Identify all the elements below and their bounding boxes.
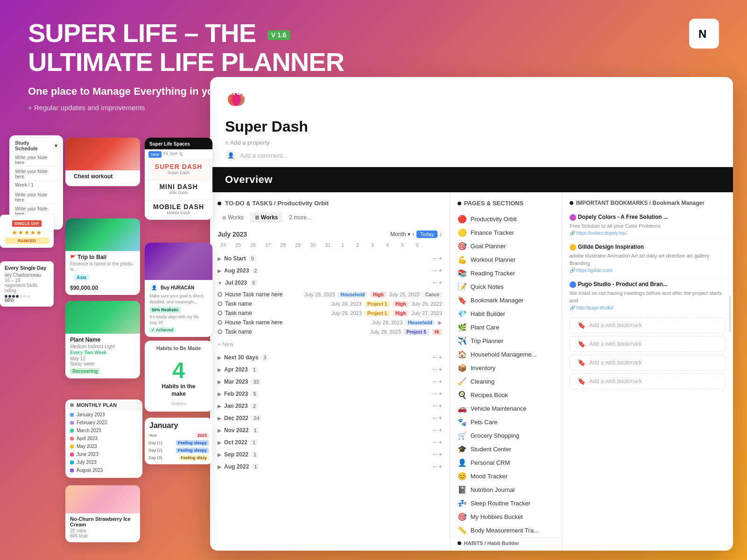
goal-date: Aug 10 — [149, 320, 208, 325]
pages-column: PAGES & SECTIONS 🔴 Productivity Orbit 🟡 … — [450, 192, 562, 551]
three-col-layout: TO-DO & TASKS / Productivity Orbit ⊞ Wor… — [210, 192, 733, 551]
table-row[interactable]: Task name July 29, 2023 Project 1 High J… — [218, 299, 442, 308]
avatar: 👤 — [149, 283, 159, 292]
tab-more[interactable]: 2 more... — [284, 212, 316, 223]
tab-works-1[interactable]: ⊞ Works — [218, 212, 248, 223]
habits-bottom-header: HABITS / Habit Builder — [450, 537, 562, 549]
bookmarks-header: IMPORTANT BOOKMARKS / Bookmark Manager — [562, 200, 733, 210]
plant-freq: Every Two Week — [70, 350, 135, 355]
monthly-item: February 2023 — [65, 419, 142, 427]
avatar-small: 👤 — [225, 150, 236, 161]
monthly-item: March 2023 — [65, 427, 142, 434]
group-feb23: ▶ Feb 2023 5 ··· + — [210, 387, 450, 399]
tasks-tabs[interactable]: ⊞ Works ☰ Works 2 more... — [210, 212, 450, 228]
today-button[interactable]: Today — [416, 231, 437, 238]
version-badge: V 1.6 — [268, 30, 290, 40]
mini-dash-label: MINI DASH — [148, 183, 209, 190]
bookmark-icon-row: Dopely Colors - A Free Solution ... — [570, 214, 726, 221]
page-item-bookmark[interactable]: 🔖 Bookmark Manager — [450, 294, 562, 307]
page-item-habit[interactable]: 💎 Habit Builder — [450, 307, 562, 321]
subtitle: One place to Manage Everything in your l… — [28, 84, 344, 99]
habits-label: Habits to Be Made — [149, 345, 208, 351]
goal-badge: 50% Realistic — [149, 307, 181, 313]
add-bookmark-1[interactable]: 🔖 Add a web bookmark — [570, 317, 726, 333]
bookmark-item-pugo[interactable]: Pugo Studio - Product and Bran... We ins… — [562, 277, 733, 315]
group-jan23: ▶ Jan 2023 2 ··· + — [210, 399, 450, 411]
page-item-sleep[interactable]: 💤 Sleep Routine Tracker — [450, 497, 562, 510]
main-card: Super Dash + Add a property 👤 Add a comm… — [210, 77, 733, 551]
page-item-trip[interactable]: ✈️ Trip Planner — [450, 334, 562, 348]
pages-header: PAGES & SECTIONS — [450, 200, 562, 212]
january-title: January — [145, 418, 212, 432]
person-name: iley Charbonneau — [5, 273, 49, 278]
scrollbar[interactable] — [729, 295, 731, 333]
chest-image — [65, 138, 140, 170]
page-item-workout[interactable]: 💪 Workout Planner — [450, 253, 562, 266]
bookmark-item-dopely[interactable]: Dopely Colors - A Free Solution ... Free… — [562, 210, 733, 240]
bookmarks-column: IMPORTANT BOOKMARKS / Bookmark Manager D… — [562, 192, 733, 551]
lambo-image — [145, 243, 212, 280]
cal-prev[interactable]: ‹ — [412, 230, 415, 238]
monthly-header: MONTHLY PLAN — [65, 399, 142, 411]
table-row[interactable]: Task name July 29, 2023 Project 5 Hi — [218, 327, 442, 336]
page-item-vehicle[interactable]: 🚗 Vehicle Maintenance — [450, 402, 562, 415]
age-range: 16 – 19 — [5, 278, 49, 283]
study-dropdown[interactable]: Study Schedule ▾ — [15, 140, 57, 151]
page-item-recipes[interactable]: 🍳 Recipes Book — [450, 388, 562, 402]
page-item-finance[interactable]: 🟡 Finance Tracker — [450, 226, 562, 239]
page-item-student[interactable]: 🎓 Student Center — [450, 442, 562, 456]
stickers-label: Stickers — [149, 401, 208, 406]
page-item-pets[interactable]: 🐾 Pets Care — [450, 415, 562, 429]
page-item-goal[interactable]: 🎯 Goal Planner — [450, 239, 562, 253]
monthly-item: July 2023 — [65, 458, 142, 466]
page-item-hobbies[interactable]: 🎯 My Hobbies Bucket — [450, 510, 562, 524]
page-item-notes[interactable]: 📝 Quick Notes — [450, 280, 562, 294]
group-oct22: ▶ Oct 2022 1 ··· + — [210, 435, 450, 448]
cal-next[interactable]: › — [439, 230, 442, 238]
bookmark-item-gillde[interactable]: Gillde Design Inspiration adobe illustra… — [562, 240, 733, 277]
page-item-nutrition[interactable]: 📓 Nutrition Journal — [450, 483, 562, 497]
page-item-cleaning[interactable]: 🧹 Cleaning — [450, 375, 562, 388]
add-bookmark-2[interactable]: 🔖 Add a web bookmark — [570, 336, 726, 352]
card-title: Super Dash — [225, 118, 718, 135]
add-bookmark-3[interactable]: 🔖 Add a web bookmark — [570, 355, 726, 371]
page-item-inventory[interactable]: 📦 Inventory — [450, 361, 562, 375]
page-item-crm[interactable]: 👤 Personal CRM — [450, 456, 562, 469]
plant-light: Medium Indirect Light — [70, 344, 135, 349]
tasks-column: TO-DO & TASKS / Productivity Orbit ⊞ Wor… — [210, 192, 450, 551]
mini-dash-sub: Mini Dash — [148, 190, 209, 195]
page-item-grocery[interactable]: 🛒 Grocery Shopping — [450, 429, 562, 442]
add-new-button[interactable]: + New — [210, 338, 450, 350]
overview-banner: Overview — [210, 167, 733, 192]
page-item-household[interactable]: 🏠 Household Manageme... — [450, 348, 562, 361]
group-aug-2023: ▶ Aug 2023 2 ··· + — [210, 264, 450, 276]
page-item-plant[interactable]: 🌿 Plant Care — [450, 321, 562, 334]
icecream-card: No-Churn Strawberry Ice Cream 20 mins 60… — [65, 485, 140, 542]
group-apr23: ▶ Apr 2023 1 ··· + — [210, 363, 450, 375]
january-row-day3: Day (3) Feeling dizzy — [145, 454, 212, 462]
page-item-mood[interactable]: 😊 Mood Tracker — [450, 469, 562, 483]
table-row[interactable]: House Task name here July 29, 2023 House… — [218, 290, 442, 299]
add-bookmark-4[interactable]: 🔖 Add a web bookmark — [570, 373, 726, 389]
table-row[interactable]: Task name July 29, 2023 Project 1 High J… — [218, 308, 442, 318]
group-no-start: ▶ No Start 0 ··· + — [210, 252, 450, 264]
date-groups: ▶ Next 30 days 3 ··· + ▶ Apr 2023 1 ··· … — [210, 350, 450, 472]
chest-workout-card: Chest workout — [65, 138, 140, 186]
spaces-tabs: New Fil Sort Q — [145, 149, 212, 160]
tasks-header: TO-DO & TASKS / Productivity Orbit — [210, 200, 450, 212]
page-item-productivity[interactable]: 🔴 Productivity Orbit — [450, 212, 562, 226]
skill-name: nagement Skills — [5, 283, 49, 288]
comment-row: 👤 Add a comment... — [225, 150, 718, 161]
habits-card: Habits to Be Made 4 Habits in themake St… — [145, 341, 212, 412]
mobile-dash-label: MOBILE DASH — [148, 203, 209, 210]
table-row[interactable]: House Task name here July 29, 2023 House… — [218, 318, 442, 327]
chest-title: Chest workout — [70, 173, 135, 182]
page-item-body[interactable]: 📏 Body Measurement Tra... — [450, 524, 562, 537]
icecream-title: No-Churn Strawberry Ice Cream — [70, 516, 135, 528]
header: SUPER LIFE – THE V 1.6 ULTIMATE LIFE PLA… — [28, 19, 344, 112]
icecream-time: 20 mins — [70, 528, 135, 533]
tab-works-2[interactable]: ☰ Works — [250, 212, 282, 223]
bali-title: Trip to Bali — [78, 254, 106, 260]
page-item-reading[interactable]: 📚 Reading Tracker — [450, 266, 562, 280]
group-jul-2023: ▼ Jul 2023 5 ··· + — [210, 276, 450, 288]
